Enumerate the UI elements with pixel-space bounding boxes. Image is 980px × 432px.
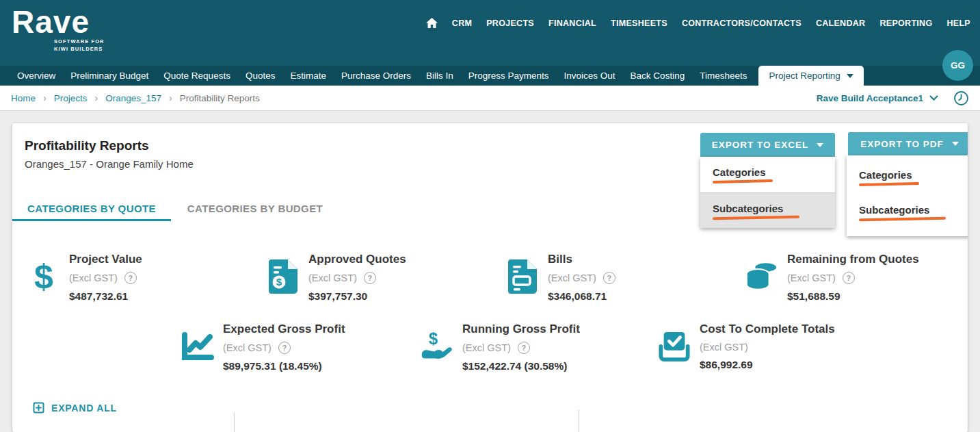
caret-down-icon <box>952 142 959 146</box>
export-excel-menu: Categories Subcategories <box>700 157 835 228</box>
subnav-invoices-out[interactable]: Invoices Out <box>557 66 623 86</box>
subnav-timesheets[interactable]: Timesheets <box>692 66 754 86</box>
dollar-icon: $ <box>27 249 60 305</box>
report-tabs: CATEGORIES BY QUOTE CATEGORIES BY BUDGET <box>12 199 339 221</box>
account-switcher-label: Rave Build Acceptance1 <box>817 93 923 103</box>
subnav-bills-in[interactable]: Bills In <box>419 66 461 86</box>
subnav-purchase-orders[interactable]: Purchase Orders <box>334 66 419 86</box>
excel-menu-categories[interactable]: Categories <box>700 157 835 192</box>
stat-expected-gross-profit: Expected Gross Profit (Excl GST) ? $89,9… <box>181 318 421 374</box>
table-column-divider <box>579 410 579 432</box>
chart-line-icon <box>181 318 214 374</box>
stat-cost-to-complete: Cost To Complete Totals (Excl GST) $86,9… <box>658 318 897 374</box>
subnav-project-reporting-label: Project Reporting <box>769 71 840 81</box>
top-nav: CRM PROJECTS FINANCIAL TIMESHEETS CONTRA… <box>426 18 970 28</box>
project-subnav: Overview Preliminary Budget Quote Reques… <box>0 66 980 86</box>
help-icon[interactable]: ? <box>124 272 137 284</box>
help-icon[interactable]: ? <box>278 342 291 354</box>
breadcrumb-projects[interactable]: Projects <box>54 93 88 103</box>
stat-bills: Bills (Excl GST) ? $346,068.71 <box>506 249 745 305</box>
breadcrumb-current: Profitability Reports <box>180 93 260 103</box>
quote-document-dollar-icon: $ <box>267 249 300 305</box>
breadcrumb-separator: › <box>94 92 98 103</box>
coins-icon <box>745 249 778 305</box>
avatar[interactable]: GG <box>942 50 973 81</box>
chevron-down-icon <box>929 95 938 101</box>
expand-all-label: EXPAND ALL <box>51 403 117 414</box>
orange-underline <box>859 182 919 186</box>
breadcrumb-right: Rave Build Acceptance1 <box>817 90 969 106</box>
stat-project-value: $ Project Value (Excl GST) ? $487,732.61 <box>27 249 267 305</box>
svg-text:$: $ <box>276 276 282 288</box>
top-nav-calendar[interactable]: CALENDAR <box>816 18 866 28</box>
svg-text:$: $ <box>429 329 438 348</box>
account-switcher[interactable]: Rave Build Acceptance1 <box>817 93 938 103</box>
top-nav-contractors[interactable]: CONTRACTORS/CONTACTS <box>682 18 802 28</box>
rave-logo[interactable]: Rave SOFTWARE FOR KIWI BUILDERS <box>12 5 105 53</box>
page-title: Profitability Reports <box>25 138 149 153</box>
export-to-pdf-button[interactable]: EXPORT TO PDF <box>848 132 968 155</box>
home-icon[interactable] <box>426 18 438 28</box>
pdf-menu-categories[interactable]: Categories <box>847 160 968 194</box>
top-nav-timesheets[interactable]: TIMESHEETS <box>611 18 667 28</box>
stat-remaining-from-quotes: Remaining from Quotes (Excl GST) ? $51,6… <box>745 249 968 305</box>
top-nav-financial[interactable]: FINANCIAL <box>548 18 596 28</box>
orange-underline <box>713 179 773 183</box>
top-nav-help[interactable]: HELP <box>946 18 970 28</box>
breadcrumb-separator: › <box>169 92 172 103</box>
app-header: Rave SOFTWARE FOR KIWI BUILDERS CRM PROJ… <box>0 0 980 66</box>
tab-categories-by-quote[interactable]: CATEGORIES BY QUOTE <box>12 199 171 221</box>
logo-tagline-line1: SOFTWARE FOR <box>54 38 105 46</box>
ballot-check-icon <box>658 318 691 374</box>
help-icon[interactable]: ? <box>518 342 530 354</box>
subnav-back-costing[interactable]: Back Costing <box>623 66 693 86</box>
logo-tagline: SOFTWARE FOR KIWI BUILDERS <box>54 38 105 53</box>
top-nav-crm[interactable]: CRM <box>452 18 472 28</box>
subnav-estimate[interactable]: Estimate <box>282 66 334 86</box>
help-icon[interactable]: ? <box>843 272 855 284</box>
orange-underline <box>713 215 799 220</box>
history-clock-icon[interactable] <box>953 90 969 106</box>
export-to-pdf-label: EXPORT TO PDF <box>860 139 944 149</box>
pdf-menu-subcategories[interactable]: Subcategories <box>847 194 968 229</box>
export-pdf-menu: Categories Subcategories <box>847 155 968 236</box>
chevron-down-icon <box>847 74 853 78</box>
subnav-overview[interactable]: Overview <box>10 66 63 86</box>
bill-document-icon <box>506 249 539 305</box>
subnav-progress-payments[interactable]: Progress Payments <box>461 66 557 86</box>
excel-menu-subcategories[interactable]: Subcategories <box>700 192 835 228</box>
top-nav-reporting[interactable]: REPORTING <box>879 18 932 28</box>
orange-underline <box>859 216 946 221</box>
export-to-excel-label: EXPORT TO EXCEL <box>712 140 809 150</box>
subnav-quote-requests[interactable]: Quote Requests <box>156 66 238 86</box>
expand-all-button[interactable]: EXPAND ALL <box>33 402 117 414</box>
profitability-reports-card: Profitability Reports Oranges_157 - Oran… <box>12 123 968 432</box>
breadcrumb-bar: Home › Projects › Oranges_157 › Profitab… <box>0 86 980 111</box>
plus-square-icon <box>33 402 44 414</box>
logo-tagline-line2: KIWI BUILDERS <box>54 46 105 53</box>
help-icon[interactable]: ? <box>603 272 615 284</box>
caret-down-icon <box>817 143 823 147</box>
subnav-preliminary-budget[interactable]: Preliminary Budget <box>63 66 156 86</box>
top-nav-projects[interactable]: PROJECTS <box>486 18 534 28</box>
logo-text: Rave <box>12 5 105 38</box>
subnav-project-reporting[interactable]: Project Reporting <box>758 66 863 86</box>
stat-approved-quotes: $ Approved Quotes (Excl GST) ? $397,757.… <box>267 249 506 305</box>
stat-running-gross-profit: $ Running Gross Profit (Excl GST) ? $152… <box>421 318 660 374</box>
tab-categories-by-budget[interactable]: CATEGORIES BY BUDGET <box>171 199 339 221</box>
export-to-excel-button[interactable]: EXPORT TO EXCEL <box>700 133 835 157</box>
subnav-quotes[interactable]: Quotes <box>238 66 283 86</box>
breadcrumb-separator: › <box>43 92 47 103</box>
hand-holding-dollar-icon: $ <box>421 318 453 374</box>
help-icon[interactable]: ? <box>364 272 376 284</box>
breadcrumb-project[interactable]: Oranges_157 <box>105 93 161 103</box>
page-subtitle: Oranges_157 - Orange Family Home <box>25 158 194 170</box>
breadcrumb-home[interactable]: Home <box>11 93 36 103</box>
table-column-divider <box>234 413 235 432</box>
